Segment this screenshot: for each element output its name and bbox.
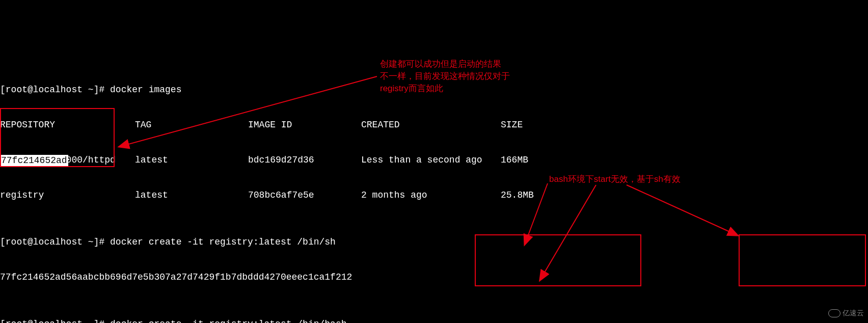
images-header-row: REPOSITORYTAGIMAGE IDCREATEDSIZE (0, 119, 868, 131)
annotation-note-2: bash环境下start无效，基于sh有效 (549, 173, 681, 185)
highlighted-container-id: 77fc214652ad (0, 155, 68, 167)
images-row: registrylatest708bc6af7e5e2 months ago25… (0, 190, 868, 201)
prompt-line: [root@localhost ~]# docker create -it re… (0, 318, 868, 323)
watermark: 亿速云 (828, 307, 864, 319)
cloud-icon (828, 309, 840, 317)
images-row: 20.0.0.149:5000/httpdlatestbdc169d27d36L… (0, 154, 868, 166)
prompt-line: [root@localhost ~]# docker create -it re… (0, 236, 868, 248)
annotation-note-1: 创建都可以成功但是启动的结果 不一样，目前发现这种情况仅对于 registry而… (380, 58, 528, 95)
output-line: 77fc214652ad56aabcbb696d7e5b307a27d7429f… (0, 272, 868, 283)
